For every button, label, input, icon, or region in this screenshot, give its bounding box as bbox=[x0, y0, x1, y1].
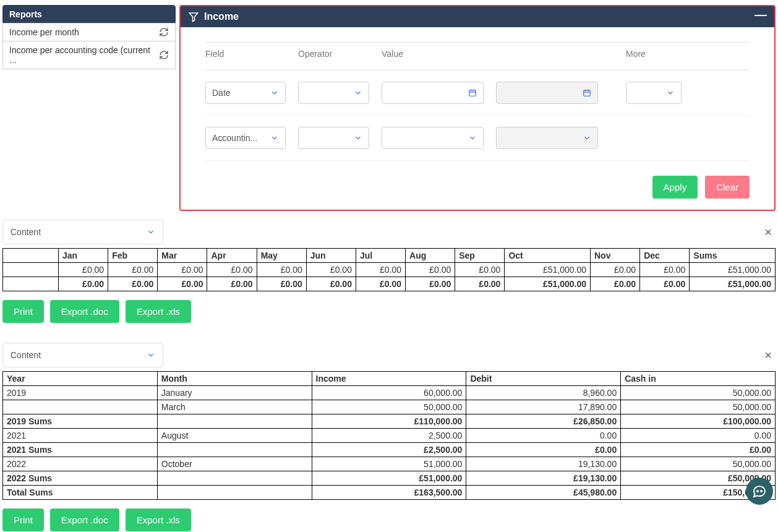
table-header bbox=[3, 249, 59, 263]
table-totals-row: £0.00£0.00£0.00£0.00£0.00£0.00£0.00£0.00… bbox=[3, 277, 776, 291]
table-cell bbox=[157, 414, 312, 429]
close-icon[interactable]: × bbox=[764, 348, 776, 363]
table-row: 2021 Sums£2,500.00£0.00£0.00 bbox=[3, 443, 776, 457]
table-header: Jan bbox=[59, 249, 108, 263]
chevron-down-icon bbox=[270, 134, 279, 142]
table-header: Year bbox=[3, 372, 158, 386]
value-date-input[interactable] bbox=[382, 82, 484, 104]
table-cell: 17,890.00 bbox=[466, 400, 621, 414]
table-header: Cash in bbox=[621, 372, 776, 386]
table-cell: £51,000.00 bbox=[505, 277, 591, 291]
table-cell bbox=[157, 486, 312, 500]
chevron-down-icon bbox=[666, 88, 675, 97]
table-cell: £0.00 bbox=[455, 277, 505, 291]
table-header: Nov bbox=[591, 249, 640, 263]
table-cell: £0.00 bbox=[108, 277, 158, 291]
table-cell bbox=[3, 277, 59, 291]
table-cell: 60,000.00 bbox=[312, 386, 466, 400]
minimize-icon[interactable]: — bbox=[754, 10, 767, 19]
table-cell: £0.00 bbox=[621, 443, 776, 457]
table-header: Sep bbox=[455, 249, 505, 263]
table-header: Jul bbox=[356, 249, 405, 263]
chat-widget[interactable] bbox=[746, 478, 773, 505]
report2-section: Content × YearMonthIncomeDebitCash in 20… bbox=[2, 341, 776, 531]
table-cell: 2,500.00 bbox=[312, 429, 466, 443]
print-button[interactable]: Print bbox=[2, 508, 44, 531]
table-cell: £51,000.00 bbox=[312, 471, 466, 486]
value-select[interactable] bbox=[382, 127, 484, 149]
refresh-icon[interactable] bbox=[159, 27, 169, 37]
table-cell: £0.00 bbox=[640, 277, 690, 291]
print-button[interactable]: Print bbox=[2, 300, 44, 323]
refresh-icon[interactable] bbox=[159, 50, 169, 60]
table-cell: 2019 bbox=[3, 386, 158, 400]
table-header: Apr bbox=[207, 249, 257, 263]
table-cell: £0.00 bbox=[356, 263, 405, 277]
sidebar-item-income-per-accounting-code[interactable]: Income per accounting code (current ... bbox=[2, 41, 176, 69]
filter-panel: Income — Field Operator Value More Date bbox=[179, 5, 776, 211]
filter-row-accounting: Accountin... bbox=[205, 116, 750, 161]
table-cell: 19,130.00 bbox=[466, 457, 621, 471]
operator-select[interactable] bbox=[298, 127, 369, 149]
table-cell: March bbox=[157, 400, 312, 414]
table-header: Aug bbox=[406, 249, 455, 263]
table-cell: £51,000.00 bbox=[690, 277, 776, 291]
table-row: 2019 Sums£110,000.00£26,850.00£100,000.0… bbox=[3, 414, 776, 429]
monthly-income-table: JanFebMarAprMayJunJulAugSepOctNovDecSums… bbox=[2, 248, 776, 291]
table-cell: 50,000.00 bbox=[312, 400, 466, 414]
filter-row-date: Date bbox=[205, 71, 750, 116]
table-cell: 51,000.00 bbox=[312, 457, 466, 471]
table-cell: August bbox=[157, 429, 312, 443]
svg-point-9 bbox=[757, 491, 758, 492]
table-cell: Total Sums bbox=[3, 486, 158, 500]
chevron-down-icon bbox=[354, 88, 362, 97]
table-row: £0.00£0.00£0.00£0.00£0.00£0.00£0.00£0.00… bbox=[3, 263, 776, 277]
svg-marker-0 bbox=[189, 13, 198, 22]
table-header: Income bbox=[312, 372, 466, 386]
table-cell: 2022 bbox=[3, 457, 158, 471]
table-header: Mar bbox=[158, 249, 207, 263]
content-dropdown[interactable]: Content bbox=[2, 220, 163, 244]
table-cell: 0.00 bbox=[466, 429, 621, 443]
table-row: 2021August2,500.000.000.00 bbox=[3, 429, 776, 443]
sidebar-item-label: Income per month bbox=[9, 27, 79, 37]
sidebar-item-label: Income per accounting code (current ... bbox=[9, 45, 159, 65]
more-select[interactable] bbox=[626, 82, 682, 104]
table-cell: £100,000.00 bbox=[621, 414, 776, 429]
table-cell: 2021 Sums bbox=[3, 443, 158, 457]
filter-col-field: Field bbox=[205, 49, 286, 59]
table-cell: 50,000.00 bbox=[621, 457, 776, 471]
table-cell: £0.00 bbox=[455, 263, 505, 277]
export-xls-button[interactable]: Export .xls bbox=[126, 300, 191, 323]
table-cell: £0.00 bbox=[59, 277, 108, 291]
field-select-date[interactable]: Date bbox=[205, 82, 286, 104]
close-icon[interactable]: × bbox=[764, 225, 776, 239]
table-cell: £26,850.00 bbox=[466, 414, 621, 429]
table-row: 2022October51,000.0019,130.0050,000.00 bbox=[3, 457, 776, 471]
table-cell bbox=[3, 400, 158, 414]
export-doc-button[interactable]: Export .doc bbox=[50, 508, 119, 531]
calendar-icon bbox=[468, 88, 477, 97]
field-select-accounting[interactable]: Accountin... bbox=[205, 127, 286, 149]
table-cell: £0.00 bbox=[591, 277, 640, 291]
table-header: Dec bbox=[640, 249, 690, 263]
table-cell: £0.00 bbox=[207, 263, 257, 277]
detail-income-table: YearMonthIncomeDebitCash in 2019January6… bbox=[2, 371, 776, 500]
report1-section: Content × JanFebMarAprMayJunJulAugSepOct… bbox=[2, 218, 776, 323]
clear-button[interactable]: Clear bbox=[705, 176, 750, 199]
export-doc-button[interactable]: Export .doc bbox=[50, 300, 119, 323]
table-header: Month bbox=[157, 372, 312, 386]
apply-button[interactable]: Apply bbox=[652, 176, 698, 199]
filter-columns-header: Field Operator Value More bbox=[205, 43, 750, 71]
table-row: March50,000.0017,890.0050,000.00 bbox=[3, 400, 776, 414]
operator-select[interactable] bbox=[298, 82, 369, 104]
filter-col-value: Value bbox=[382, 49, 484, 59]
table-cell bbox=[157, 443, 312, 457]
export-xls-button[interactable]: Export .xls bbox=[126, 508, 191, 531]
sidebar-item-income-per-month[interactable]: Income per month bbox=[2, 23, 176, 41]
reports-sidebar-header: Reports bbox=[2, 5, 176, 24]
chevron-down-icon bbox=[147, 228, 155, 236]
table-cell: £0.00 bbox=[59, 263, 108, 277]
table-cell: £0.00 bbox=[207, 277, 257, 291]
content-dropdown[interactable]: Content bbox=[2, 343, 163, 367]
